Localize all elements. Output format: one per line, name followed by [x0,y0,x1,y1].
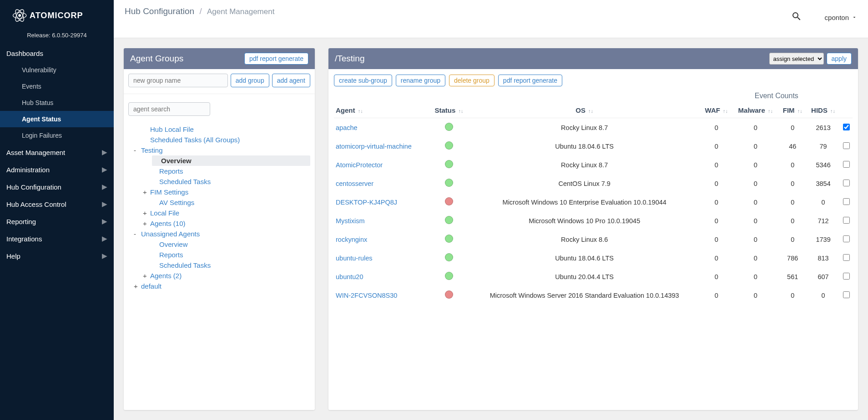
tree-local-file[interactable]: +Local File [143,208,310,218]
add-group-button[interactable]: add group [231,74,269,87]
create-sub-group-button[interactable]: create sub-group [334,75,392,86]
malware-cell: 0 [732,174,779,193]
tree-reports[interactable]: Reports [152,166,310,176]
expand-icon[interactable]: + [143,209,148,217]
table-row: ubuntu20Ubuntu 20.04.4 LTS00561607 [334,267,853,286]
col-fim[interactable]: FIM ↑↓ [779,103,807,118]
hids-cell: 712 [807,211,840,230]
tree-agents-10-[interactable]: +Agents (10) [143,218,310,229]
nav-hub-configuration[interactable]: Hub Configuration▶ [0,178,114,195]
nav-sub-agent-status[interactable]: Agent Status [0,111,114,127]
expand-icon[interactable]: - [134,146,139,154]
col-os[interactable]: OS ↑↓ [469,103,701,118]
table-row: WIN-2FCVSON8S30Microsoft Windows Server … [334,286,853,305]
agent-link[interactable]: DESKTOP-KJ4PQ8J [336,199,397,206]
agent-link[interactable]: Mystixism [336,217,365,225]
tree-scheduled-tasks-all-groups-[interactable]: Scheduled Tasks (All Groups) [143,135,310,145]
col-agent[interactable]: Agent ↑↓ [334,103,429,118]
agent-link[interactable]: centosserver [336,180,373,187]
row-checkbox[interactable] [843,180,850,186]
row-checkbox[interactable] [843,254,850,261]
fim-cell: 561 [779,267,807,286]
breadcrumb-sep: / [199,6,202,16]
nav-sub-hub-status[interactable]: Hub Status [0,95,114,111]
agent-link[interactable]: atomicorp-virtual-machine [336,143,412,150]
hids-cell: 0 [807,193,840,211]
row-checkbox[interactable] [843,291,850,298]
nav-hub-access-control[interactable]: Hub Access Control▶ [0,195,114,213]
nav-asset-management[interactable]: Asset Management▶ [0,144,114,161]
brand-logo: ATOMICORP [0,0,114,29]
agent-link[interactable]: AtomicProtector [336,161,383,169]
agent-link[interactable]: apache [336,124,358,131]
os-cell: Ubuntu 18.04.6 LTS [469,249,701,267]
row-checkbox[interactable] [843,124,850,130]
os-cell: Rocky Linux 8.6 [469,230,701,249]
tree-overview[interactable]: Overview [152,155,310,166]
expand-icon[interactable]: + [134,282,139,290]
breadcrumb-root[interactable]: Hub Configuration [125,6,194,16]
nav-reporting[interactable]: Reporting▶ [0,213,114,230]
waf-cell: 0 [701,193,732,211]
add-agent-button[interactable]: add agent [272,74,310,87]
agents-table: Event Counts Agent ↑↓Status ↑↓OS ↑↓WAF ↑… [334,92,853,305]
pdf-report-button[interactable]: pdf report generate [244,53,308,65]
row-checkbox[interactable] [843,161,850,168]
row-checkbox[interactable] [843,273,850,280]
nav-help[interactable]: Help▶ [0,247,114,265]
tree-testing[interactable]: -Testing [134,145,310,155]
agents-table-wrap[interactable]: Event Counts Agent ↑↓Status ↑↓OS ↑↓WAF ↑… [328,92,858,410]
row-checkbox[interactable] [843,198,850,205]
row-checkbox[interactable] [843,217,850,224]
malware-cell: 0 [732,193,779,211]
assign-selected-dropdown[interactable]: assign selected [769,53,824,65]
tree-scheduled-tasks[interactable]: Scheduled Tasks [152,260,310,270]
hids-cell: 3854 [807,174,840,193]
nav-sub-login-failures[interactable]: Login Failures [0,127,114,144]
row-checkbox[interactable] [843,235,850,242]
col-status[interactable]: Status ↑↓ [429,103,468,118]
tree-agents-2-[interactable]: +Agents (2) [143,270,310,281]
delete-group-button[interactable]: delete group [449,75,495,86]
rename-group-button[interactable]: rename group [396,75,445,86]
agent-link[interactable]: ubuntu-rules [336,255,373,262]
waf-cell: 0 [701,230,732,249]
expand-icon[interactable]: + [143,220,148,227]
malware-cell: 0 [732,230,779,249]
agent-link[interactable]: WIN-2FCVSON8S30 [336,292,397,299]
col-malware[interactable]: Malware ↑↓ [732,103,779,118]
new-group-input[interactable] [128,74,228,87]
tree-reports[interactable]: Reports [152,250,310,260]
nav-sub-events[interactable]: Events [0,78,114,95]
nav-integrations[interactable]: Integrations▶ [0,230,114,247]
col-hids[interactable]: HIDS ↑↓ [807,103,840,118]
expand-icon[interactable]: + [143,188,148,196]
tree-unassigned-agents[interactable]: -Unassigned Agents [134,229,310,239]
sort-icon: ↑↓ [723,108,728,114]
nav-sub-vulnerability[interactable]: Vulnerability [0,62,114,78]
col-waf[interactable]: WAF ↑↓ [701,103,732,118]
tree-av-settings[interactable]: AV Settings [152,197,310,208]
agent-link[interactable]: rockynginx [336,236,367,243]
search-icon[interactable] [791,11,802,24]
tree-fim-settings[interactable]: +FIM Settings [143,187,310,197]
expand-icon[interactable]: + [143,272,148,280]
pdf-report-generate-button[interactable]: pdf report generate [498,75,562,86]
nav-dashboards[interactable]: Dashboards [0,45,114,62]
expand-icon[interactable]: - [134,230,139,238]
tree-overview[interactable]: Overview [152,239,310,250]
apply-button[interactable]: apply [827,53,852,65]
user-menu[interactable]: cponton [825,14,857,21]
agent-link[interactable]: ubuntu20 [336,273,363,280]
chevron-right-icon: ▶ [102,148,107,156]
row-checkbox[interactable] [843,142,850,149]
hids-cell: 0 [807,286,840,305]
tree-scheduled-tasks[interactable]: Scheduled Tasks [152,176,310,187]
group-toolbar: create sub-grouprename groupdelete group… [328,69,858,92]
status-dot [445,216,453,224]
tree-hub-local-file[interactable]: Hub Local File [143,124,310,135]
agent-search-input[interactable] [128,102,210,116]
nav-administration[interactable]: Administration▶ [0,161,114,178]
fim-cell: 0 [779,286,807,305]
tree-default[interactable]: +default [134,281,310,291]
